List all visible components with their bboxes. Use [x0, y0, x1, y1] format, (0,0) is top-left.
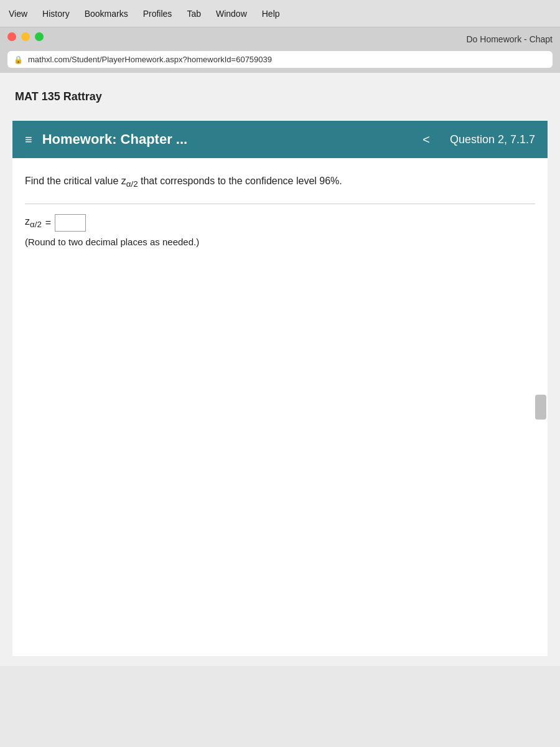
menu-window[interactable]: Window: [215, 6, 248, 21]
previous-button[interactable]: <: [415, 130, 437, 149]
answer-row: zα/2 =: [25, 214, 535, 232]
subscript-alpha-2: α/2: [126, 179, 138, 189]
question-text: Find the critical value zα/2 that corres…: [25, 173, 535, 191]
answer-input[interactable]: [55, 214, 86, 232]
scroll-indicator[interactable]: [535, 395, 546, 420]
close-button[interactable]: [7, 32, 16, 41]
menu-tab[interactable]: Tab: [185, 6, 202, 21]
address-bar[interactable]: 🔒 mathxl.com/Student/PlayerHomework.aspx…: [7, 51, 553, 68]
answer-subscript: α/2: [30, 220, 42, 229]
menu-help[interactable]: Help: [261, 6, 281, 21]
menu-bookmarks[interactable]: Bookmarks: [83, 6, 129, 21]
answer-label: zα/2: [25, 216, 42, 229]
minimize-button[interactable]: [21, 32, 30, 41]
menu-history[interactable]: History: [41, 6, 71, 21]
page-title: Do Homework - Chapt: [467, 34, 553, 44]
question-number: Question 2, 7.1.7: [450, 133, 535, 146]
course-title: MAT 135 Rattray: [12, 83, 548, 111]
url-text: mathxl.com/Student/PlayerHomework.aspx?h…: [28, 55, 272, 64]
menu-bar: View History Bookmarks Profiles Tab Wind…: [0, 0, 560, 27]
equals-sign: =: [45, 217, 51, 228]
lock-icon: 🔒: [14, 55, 23, 64]
main-content: MAT 135 Rattray ≡ Homework: Chapter ... …: [0, 73, 560, 666]
homework-title: Homework: Chapter ...: [42, 131, 416, 148]
homework-header: ≡ Homework: Chapter ... < Question 2, 7.…: [12, 121, 548, 158]
hint-text: (Round to two decimal places as needed.): [25, 237, 535, 247]
maximize-button[interactable]: [35, 32, 44, 41]
window-controls: [7, 32, 44, 41]
divider: [25, 204, 535, 204]
question-area: Find the critical value zα/2 that corres…: [12, 158, 548, 656]
browser-chrome: Do Homework - Chapt 🔒 mathxl.com/Student…: [0, 27, 560, 73]
menu-profiles[interactable]: Profiles: [142, 6, 174, 21]
menu-view[interactable]: View: [7, 6, 29, 21]
hamburger-icon[interactable]: ≡: [25, 133, 32, 147]
question-container: Find the critical value zα/2 that corres…: [12, 158, 548, 656]
